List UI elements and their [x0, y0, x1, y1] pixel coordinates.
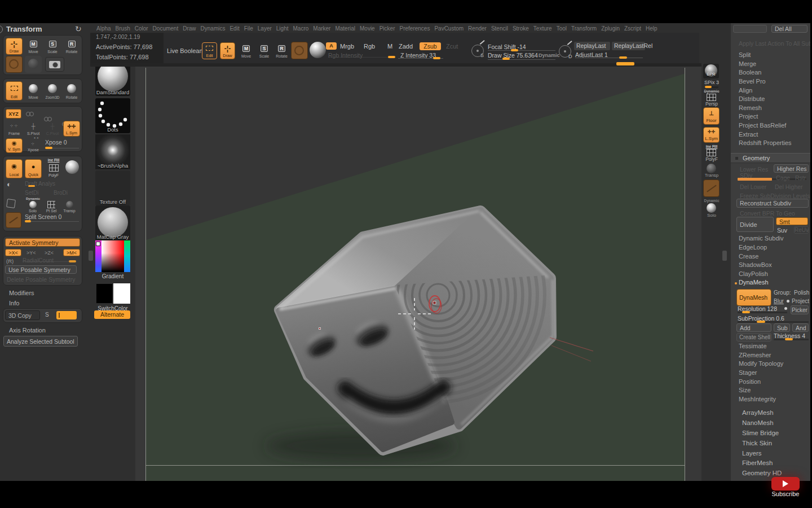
info-label[interactable]: Info — [9, 300, 19, 306]
resolution-nub[interactable] — [742, 311, 750, 313]
partial-button[interactable] — [733, 25, 767, 33]
polyf-strip-icon[interactable] — [707, 149, 716, 156]
palette-row[interactable]: NanoMesh — [742, 418, 809, 428]
material-thumbnail[interactable]: MatCap Gray — [95, 205, 130, 240]
sym-x-button[interactable]: >X< — [5, 249, 21, 256]
menu-item[interactable]: Edit — [230, 25, 239, 32]
edit-toolbar-button[interactable]: Edit — [202, 42, 217, 59]
menu-item[interactable]: PavCustom — [434, 25, 464, 32]
project-label[interactable]: Project — [792, 298, 809, 304]
sdiv-fill[interactable] — [738, 178, 772, 181]
tool-op-row[interactable]: Redshift Properties — [739, 139, 809, 148]
convert-bpr-button[interactable]: Convert BPR To Geo — [740, 210, 795, 217]
material-preview-sphere[interactable] — [310, 42, 326, 58]
menu-item[interactable]: Macro — [293, 25, 309, 32]
palette-row[interactable]: Thick Skin — [742, 439, 809, 449]
a-channel-button[interactable]: A — [326, 42, 337, 50]
ghost-strip-button[interactable] — [703, 179, 720, 197]
menu-item[interactable]: Zplugin — [601, 25, 620, 32]
dynamesh-button[interactable]: DynaMesh — [736, 289, 771, 306]
create-shell-button[interactable]: Create Shell — [736, 333, 771, 341]
dynamesh-row[interactable]: Tessimate — [739, 342, 809, 351]
delete-posable-symmetry-button[interactable]: Delete Posable Symmetry — [7, 276, 75, 283]
edit-button[interactable]: Edit — [6, 81, 23, 100]
sub-button[interactable]: Sub — [774, 323, 790, 332]
camera-button[interactable] — [45, 57, 64, 72]
bpr-button[interactable]: BPR — [703, 64, 719, 78]
menu-item[interactable]: Preferences — [399, 25, 430, 32]
geometry-row[interactable]: ClayPolish — [739, 270, 809, 279]
dynamesh-row[interactable]: MeshIntegrity — [739, 395, 809, 404]
texture-thumbnail[interactable]: Texture Off — [95, 170, 130, 205]
menu-item[interactable]: Document — [153, 25, 179, 32]
palette-row[interactable]: Layers — [742, 449, 809, 459]
subprojection-track[interactable] — [738, 321, 809, 323]
radialcount-track[interactable] — [23, 261, 76, 262]
radialcount-nub[interactable] — [69, 260, 76, 262]
move-mode-button[interactable]: M Move — [25, 38, 42, 55]
left-scroll-lane[interactable] — [88, 67, 94, 481]
vsym-button[interactable]: ◉ V. Sym — [6, 138, 23, 153]
menu-item[interactable]: Stroke — [513, 25, 529, 32]
stroke-thumbnail[interactable]: Dots — [95, 98, 130, 133]
menu-item[interactable]: Tool — [557, 25, 567, 32]
persp-grid-icon[interactable] — [707, 94, 716, 101]
menu-item[interactable]: Stencil — [491, 25, 508, 32]
polish-label[interactable]: Polish — [794, 290, 809, 296]
sym-z-button[interactable]: >Z< — [45, 250, 54, 256]
mrgb-button[interactable]: Mrgb — [340, 43, 354, 50]
tool-op-row[interactable]: Bevel Pro — [739, 77, 809, 86]
dynamesh-row[interactable]: Stager — [739, 369, 809, 378]
draw-mode-button[interactable]: -¦- Draw — [6, 38, 23, 55]
dynamesh-section-label[interactable]: DynaMesh — [739, 279, 769, 286]
x-link-icon[interactable] — [26, 111, 35, 116]
material-sphere-button[interactable] — [65, 160, 79, 174]
hue-bar-right[interactable] — [124, 240, 130, 272]
refresh-icon[interactable]: ↻ — [75, 24, 82, 33]
focal-shift-track[interactable] — [488, 50, 555, 51]
floor-snap-button[interactable] — [6, 212, 21, 228]
menu-item[interactable]: Draw — [183, 25, 196, 32]
tool-op-row[interactable]: Extract — [739, 130, 809, 139]
tool-op-row[interactable]: Align — [739, 86, 809, 95]
rstr-button[interactable]: Rstr — [795, 174, 806, 181]
tool-op-row[interactable]: Project BasRelief — [739, 121, 809, 130]
del-higher-button[interactable]: Del Higher — [775, 183, 803, 190]
palette-row[interactable]: ArrayMesh — [742, 408, 809, 418]
copy3d-slider[interactable] — [56, 311, 77, 319]
tool-op-row[interactable]: Remesh — [739, 104, 809, 113]
sym-y-button[interactable]: >Y< — [27, 250, 36, 256]
left-scroll-thumb[interactable] — [89, 251, 93, 261]
rotate-toolbar-button[interactable]: R Rotate — [274, 42, 289, 59]
menu-item[interactable]: Zscript — [624, 25, 641, 32]
split-screen-track[interactable] — [25, 221, 79, 222]
rotate-mode-button[interactable]: R Rotate — [63, 38, 80, 55]
geometry-header[interactable]: Geometry — [731, 153, 810, 163]
ghost-cube-icon[interactable] — [6, 199, 16, 208]
analyze-subtool-button[interactable]: Analyze Selected Subtool — [3, 336, 78, 347]
sym-m-button[interactable]: >M< — [63, 249, 80, 256]
palette-row[interactable]: Slime Bridge — [742, 428, 809, 439]
menu-item[interactable]: Marker — [313, 25, 330, 32]
xyz-button[interactable]: XYZ — [6, 109, 21, 119]
replay-last-button[interactable]: ReplayLast — [574, 42, 610, 50]
zsub-button[interactable]: Zsub — [420, 42, 441, 50]
rgb-button[interactable]: Rgb — [364, 43, 375, 50]
focal-shift-nub[interactable] — [511, 49, 518, 51]
del-lower-button[interactable]: Del Lower — [740, 183, 766, 190]
menu-item[interactable]: Brush — [116, 25, 130, 32]
menu-item[interactable]: Color — [135, 25, 148, 32]
alpha-thumbnail[interactable]: ~BrushAlpha — [95, 134, 130, 169]
right-scroll-lane[interactable] — [722, 67, 727, 481]
rgb-intensity-nub[interactable] — [388, 56, 395, 58]
adjust-last-nub[interactable] — [619, 56, 627, 59]
group-label[interactable]: Group: — [774, 290, 791, 296]
geometry-row[interactable]: Crease — [739, 252, 809, 261]
frame-button[interactable]: ⁘⁘ Frame — [6, 121, 23, 137]
use-posable-symmetry-button[interactable]: Use Posable Symmetry — [5, 265, 77, 274]
floor-button[interactable]: ⊥ Floor — [703, 107, 720, 125]
smt-button[interactable]: Smt — [776, 217, 808, 225]
adjust-last-track[interactable] — [575, 58, 643, 58]
palette-row[interactable]: FiberMesh — [742, 458, 809, 468]
axis-rotation-label[interactable]: Axis Rotation — [9, 327, 46, 334]
